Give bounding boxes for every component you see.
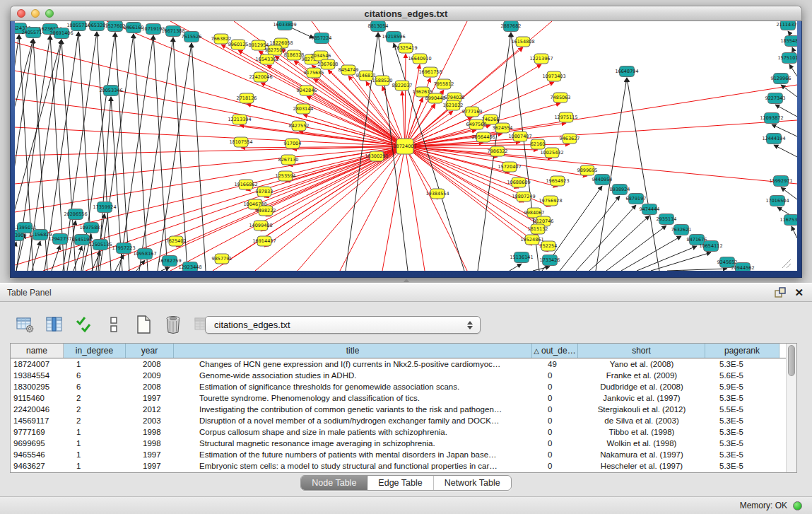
graph-node[interactable]: 16154808 <box>511 37 534 47</box>
graph-node[interactable]: 17016504 <box>765 196 789 206</box>
float-panel-icon[interactable] <box>775 287 786 298</box>
graph-node[interactable]: 9129966 <box>771 74 792 84</box>
graph-node[interactable]: 17359924 <box>93 202 116 213</box>
column-header-short[interactable]: short <box>578 344 705 358</box>
graph-node[interactable]: 9498222 <box>256 206 276 216</box>
graph-node[interactable]: 22420046 <box>249 72 272 82</box>
graph-node[interactable]: 1815132 <box>528 224 548 234</box>
minimize-window-icon[interactable] <box>31 9 40 18</box>
table-row[interactable]: 1456911722003Disruption of a novel membe… <box>11 415 796 426</box>
graph-node[interactable]: 12213967 <box>529 54 553 64</box>
graph-node[interactable]: 9463627 <box>560 134 580 144</box>
graph-node[interactable]: 10807487 <box>508 132 531 141</box>
graph-node[interactable]: 8990448 <box>425 93 446 103</box>
graph-node[interactable]: 18107554 <box>229 137 252 147</box>
graph-node[interactable]: 10973403 <box>542 71 565 81</box>
graph-node[interactable]: 12213394 <box>228 115 251 124</box>
graph-node[interactable]: 16640910 <box>408 54 431 64</box>
graph-node[interactable]: 62160 <box>531 139 546 149</box>
graph-node[interactable]: 19756928 <box>539 196 562 206</box>
graph-node[interactable]: 18724007 <box>393 139 416 154</box>
close-window-icon[interactable] <box>17 9 25 18</box>
window-titlebar[interactable]: citations_edges.txt <box>10 6 802 21</box>
graph-node[interactable]: 1733426 <box>540 255 560 266</box>
graph-node[interactable]: 2367608 <box>318 59 339 69</box>
graph-node[interactable]: 14099488 <box>249 221 272 230</box>
table-row[interactable]: 946362711997Embryonic stem cells: a mode… <box>11 460 796 472</box>
graph-node[interactable]: 6497568 <box>466 119 487 129</box>
column-header-pagerank[interactable]: pagerank <box>705 344 779 358</box>
table-row[interactable]: 1830029562008Estimation of significance … <box>11 381 796 392</box>
graph-node[interactable]: 9857791 <box>212 254 233 264</box>
graph-node[interactable]: 16961758 <box>418 67 442 77</box>
graph-node[interactable]: 2935114 <box>657 214 677 225</box>
graph-node[interactable]: 21114370 <box>776 21 797 30</box>
graph-node[interactable]: 15136141 <box>510 252 533 263</box>
graph-node[interactable]: 9777169 <box>462 107 483 117</box>
graph-node[interactable]: 8938924 <box>610 185 630 195</box>
graph-node[interactable]: 12093872 <box>760 113 783 124</box>
graph-node[interactable]: 12444194 <box>762 134 785 144</box>
close-panel-icon[interactable]: ✕ <box>794 287 804 298</box>
column-header-out_degree[interactable]: △out_de… <box>532 344 578 358</box>
column-header-in_degree[interactable]: in_degree <box>64 344 126 358</box>
graph-node[interactable]: 18554838 <box>780 36 797 47</box>
clear-selection-icon[interactable] <box>103 314 124 335</box>
table-row[interactable]: 1872400712008Changes of HCN gene express… <box>11 358 796 370</box>
column-header-year[interactable]: year <box>126 344 174 358</box>
graph-node[interactable]: 9899695 <box>577 165 598 175</box>
graph-node[interactable]: 9440954 <box>592 175 613 185</box>
graph-node[interactable]: 18807249 <box>512 192 535 201</box>
graph-node[interactable]: 587833 <box>256 187 273 197</box>
graph-node[interactable]: 12923448 <box>178 262 201 271</box>
graph-node[interactable]: 16325419 <box>394 43 417 53</box>
graph-node[interactable]: 1527602 <box>105 21 126 32</box>
graph-node[interactable]: 917004 <box>284 139 302 148</box>
graph-node[interactable]: 9827503 <box>265 45 286 55</box>
graph-node[interactable]: 6879197 <box>626 194 647 204</box>
graph-node[interactable]: 9960125 <box>228 40 249 49</box>
graph-node[interactable]: 10688609 <box>507 177 530 187</box>
graph-node[interactable]: 7632621 <box>671 225 692 235</box>
graph-node[interactable]: 8822037 <box>392 81 413 90</box>
graph-node[interactable]: 15992971 <box>769 176 792 187</box>
tab-node-table[interactable]: Node Table <box>301 476 367 490</box>
select-all-icon[interactable] <box>73 314 95 335</box>
scrollbar-thumb[interactable] <box>788 345 795 376</box>
graph-node[interactable]: 2718126 <box>237 93 257 103</box>
graph-node[interactable]: 12975115 <box>554 112 577 122</box>
graph-node[interactable]: 8813054 <box>368 21 389 32</box>
graph-node[interactable]: 8267130 <box>278 155 299 165</box>
graph-node[interactable]: 11675311 <box>779 215 797 226</box>
graph-node[interactable]: 2887682 <box>501 21 522 32</box>
graph-node[interactable]: 8427552 <box>289 121 310 131</box>
column-header-title[interactable]: title <box>174 344 532 358</box>
graph-node[interactable]: 9227343 <box>765 93 786 104</box>
tab-network-table[interactable]: Network Table <box>434 476 511 490</box>
graph-node[interactable]: 7515526 <box>182 32 202 42</box>
graph-node[interactable]: 16543362 <box>255 54 278 64</box>
graph-node[interactable]: 16914437 <box>252 236 276 246</box>
graph-node[interactable]: 19218596 <box>382 32 405 42</box>
graph-node[interactable]: 7857224 <box>312 33 332 44</box>
graph-node[interactable]: 7625402 <box>166 236 187 246</box>
graph-node[interactable]: 19384554 <box>425 189 449 199</box>
table-settings-icon[interactable] <box>14 314 35 335</box>
network-canvas[interactable]: 1162433024055714162365242069140618055714… <box>15 21 797 271</box>
graph-node[interactable]: 1621022 <box>443 100 464 110</box>
table-row[interactable]: 911546021997Tourette syndrome. Phenomeno… <box>11 392 796 404</box>
graph-node[interactable]: 10958167 <box>133 249 156 259</box>
delete-icon[interactable] <box>163 314 184 335</box>
graph-node[interactable]: 8466160 <box>124 23 144 33</box>
graph-node[interactable]: 20206556 <box>64 209 87 220</box>
graph-node[interactable]: 1588520 <box>372 76 393 86</box>
table-row[interactable]: 969969511998Structural magnetic resonanc… <box>11 438 796 449</box>
column-header-name[interactable]: name <box>11 344 64 358</box>
graph-node[interactable]: 17957223 <box>112 243 135 254</box>
graph-node[interactable]: 7955812 <box>434 79 454 89</box>
show-column-icon[interactable] <box>44 314 65 335</box>
graph-node[interactable]: 7485063 <box>551 93 571 103</box>
graph-node[interactable]: 15751074 <box>777 53 797 64</box>
table-selector-dropdown[interactable]: citations_edges.txt <box>205 316 481 334</box>
graph-node[interactable]: 2803144 <box>293 104 314 114</box>
